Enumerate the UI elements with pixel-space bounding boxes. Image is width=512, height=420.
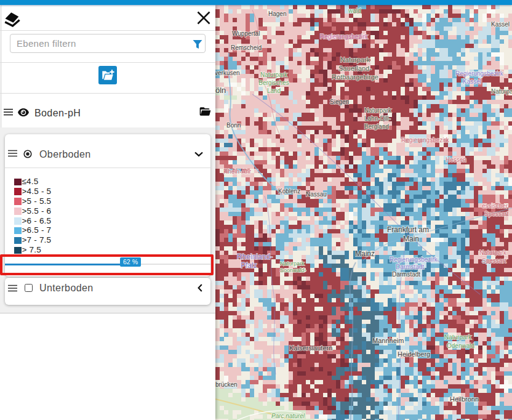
svg-text:Naturpark: Naturpark (280, 260, 305, 267)
svg-text:öln: öln (215, 86, 226, 95)
svg-text:Hagen: Hagen (268, 10, 286, 17)
svg-text:Land: Land (267, 87, 281, 94)
svg-text:Regierungsbezirk: Regierungsbezirk (320, 33, 369, 40)
svg-text:Remscheid: Remscheid (231, 44, 262, 51)
svg-text:Kassel: Kassel (463, 78, 481, 85)
svg-text:Main: Main (403, 235, 419, 243)
svg-text:Heilbronn: Heilbronn (450, 395, 479, 403)
svg-text:Siegen: Siegen (330, 99, 349, 105)
svg-text:Mainz: Mainz (355, 249, 375, 258)
svg-text:brücken: brücken (215, 381, 238, 388)
svg-text:Odenwald: Odenwald (447, 342, 474, 349)
svg-text:Naturpark: Naturpark (491, 88, 512, 95)
svg-text:Bergisches: Bergisches (258, 79, 289, 86)
svg-text:Lahn-Dill-: Lahn-Dill- (364, 115, 391, 122)
svg-text:Heidelberg: Heidelberg (398, 350, 430, 358)
svg-text:Naturpark: Naturpark (444, 334, 472, 341)
svg-text:Naturpark: Naturpark (340, 56, 370, 63)
svg-text:Kassel: Kassel (491, 21, 510, 28)
svg-text:Soonwald-: Soonwald- (280, 267, 306, 273)
svg-text:Bergland: Bergland (364, 123, 389, 130)
svg-text:Rhein-Ahr: Rhein-Ahr (223, 168, 252, 175)
svg-text:Pfalz: Pfalz (241, 261, 257, 270)
svg-text:verkusen: verkusen (215, 70, 240, 76)
svg-text:Mannheim: Mannheim (372, 337, 404, 344)
svg-text:Naturpark: Naturpark (479, 249, 507, 256)
svg-text:essischer: essischer (482, 203, 508, 209)
svg-text:Regierungsbezirk: Regierungsbezirk (390, 256, 438, 263)
svg-text:Nassau: Nassau (306, 191, 327, 198)
svg-text:wald: wald (348, 7, 361, 14)
svg-text:Regierungsbezirk: Regierungsbezirk (401, 137, 450, 143)
svg-text:Darmstadt: Darmstadt (396, 264, 424, 270)
svg-text:Sauerland-: Sauerland- (338, 65, 372, 72)
svg-text:Koblenz: Koblenz (278, 188, 300, 195)
svg-text:Regierungsbezirk: Regierungsbezirk (455, 70, 504, 77)
svg-text:Bonn: Bonn (226, 122, 241, 129)
svg-text:Kaiserslautern: Kaiserslautern (289, 344, 332, 352)
svg-text:Rheinland-: Rheinland- (237, 252, 273, 261)
svg-text:Rothaargebirge: Rothaargebirge (332, 73, 378, 81)
svg-text:Parc naturel: Parc naturel (271, 413, 305, 419)
svg-text:Naturpark: Naturpark (364, 107, 392, 114)
svg-text:Spessart: Spessart (482, 257, 506, 264)
svg-text:Naturpark: Naturpark (260, 71, 288, 78)
svg-text:Darmstadt: Darmstadt (392, 271, 420, 278)
svg-text:Hessen: Hessen (446, 156, 466, 163)
svg-text:Spessart: Spessart (484, 211, 509, 217)
svg-text:Frankfurt am: Frankfurt am (387, 225, 429, 234)
svg-text:Wuppertal: Wuppertal (232, 30, 260, 37)
